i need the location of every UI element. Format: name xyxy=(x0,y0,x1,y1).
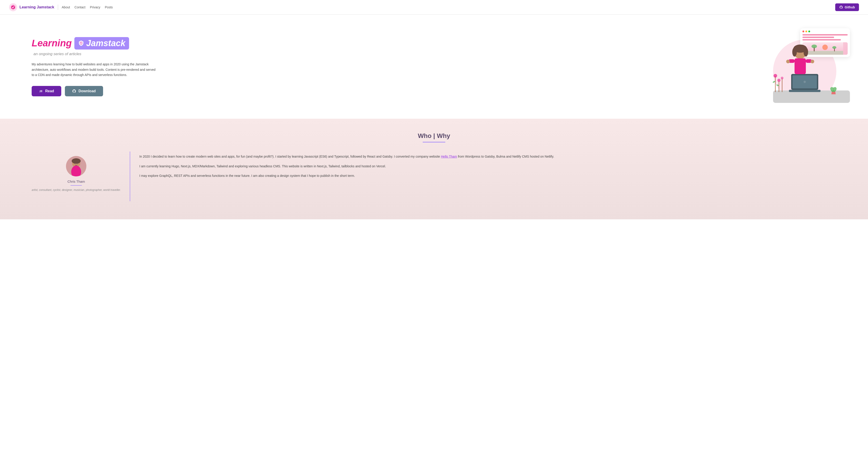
hero-section: Learning Jamstack an ongoing series of a… xyxy=(0,15,868,119)
svg-point-16 xyxy=(811,60,814,63)
who-why-para-1: In 2020 I decided to learn how to create… xyxy=(139,154,836,159)
navbar-left: Learning Jamstack About Contact Privacy … xyxy=(9,3,113,11)
nav-posts[interactable]: Posts xyxy=(105,5,113,9)
who-why-content: Chris Tham artist, consultant, cyclist, … xyxy=(32,151,836,201)
svg-point-24 xyxy=(777,79,780,82)
logo-icon xyxy=(9,3,17,11)
svg-point-10 xyxy=(792,48,797,57)
download-button[interactable]: Download xyxy=(65,86,103,96)
hero-buttons: Read Download xyxy=(32,86,158,96)
author-name: Chris Tham xyxy=(68,180,85,183)
svg-point-37 xyxy=(77,163,78,164)
who-why-header: Who | Why xyxy=(32,132,836,143)
author-avatar-svg xyxy=(66,156,86,176)
svg-point-2 xyxy=(822,44,828,50)
cat-icon xyxy=(72,89,76,93)
who-why-title: Who | Why xyxy=(32,132,836,140)
illus-line-3 xyxy=(802,39,841,40)
navbar: Learning Jamstack About Contact Privacy … xyxy=(0,0,868,15)
svg-point-28 xyxy=(776,84,779,86)
read-button[interactable]: Read xyxy=(32,86,61,96)
illus-flowers-svg xyxy=(773,69,785,92)
nav-links: About Contact Privacy Posts xyxy=(62,5,113,9)
illus-line-2 xyxy=(802,37,834,38)
hero-description: My adventures learning how to build webs… xyxy=(32,62,158,78)
svg-point-30 xyxy=(830,87,833,91)
github-label: Github xyxy=(845,5,855,9)
who-why-underline xyxy=(423,142,445,143)
github-icon xyxy=(839,5,843,9)
hero-content: Learning Jamstack an ongoing series of a… xyxy=(32,37,158,96)
who-why-text: In 2020 I decided to learn how to create… xyxy=(139,151,836,179)
dot-red xyxy=(802,31,804,32)
svg-point-15 xyxy=(786,60,790,63)
who-why-section: Who | Why xyxy=(0,119,868,219)
dot-green xyxy=(808,31,810,32)
nav-privacy[interactable]: Privacy xyxy=(90,5,100,9)
hello-tham-link[interactable]: Hello Tham xyxy=(441,155,457,158)
hero-learning-text: Learning xyxy=(32,38,72,49)
nav-contact[interactable]: Contact xyxy=(74,5,86,9)
author-tags: artist, consultant, cyclist, designer, m… xyxy=(32,188,121,192)
hero-subtitle: an ongoing series of articles xyxy=(33,52,158,56)
svg-point-11 xyxy=(804,48,808,57)
who-why-para-2: I am currently learning Hugo, Next.js, M… xyxy=(139,163,836,169)
github-button[interactable]: Github xyxy=(835,3,859,11)
illus-person-svg xyxy=(782,43,818,93)
author-avatar xyxy=(66,156,86,176)
illus-browser-lines xyxy=(802,34,848,40)
hero-jamstack-text: Jamstack xyxy=(86,38,125,48)
svg-point-31 xyxy=(833,87,837,91)
who-why-para-3: I may explore GraphQL, REST APIs and ser… xyxy=(139,173,836,179)
svg-point-34 xyxy=(72,158,81,164)
illus-browser-dots xyxy=(802,31,848,32)
nav-about[interactable]: About xyxy=(62,5,70,9)
who-why-divider xyxy=(130,151,130,201)
download-label: Download xyxy=(79,89,96,93)
logo-link[interactable]: Learning Jamstack xyxy=(9,3,54,11)
svg-rect-12 xyxy=(795,58,806,74)
illus-plant-svg xyxy=(830,83,837,94)
hero-title: Learning Jamstack xyxy=(32,37,158,50)
jamstack-shield-icon xyxy=(78,40,84,47)
dot-yellow xyxy=(805,31,807,32)
svg-point-36 xyxy=(74,163,75,164)
illus-line-1 xyxy=(802,34,848,35)
author-underline xyxy=(70,185,82,186)
read-label: Read xyxy=(45,89,54,93)
hero-jamstack-badge: Jamstack xyxy=(74,37,129,50)
svg-point-7 xyxy=(832,46,836,49)
svg-point-26 xyxy=(781,77,783,79)
hero-illustration xyxy=(769,28,850,105)
author-card: Chris Tham artist, consultant, cyclist, … xyxy=(32,151,121,192)
svg-point-22 xyxy=(774,74,777,78)
book-icon xyxy=(39,89,43,93)
logo-text: Learning Jamstack xyxy=(20,5,54,9)
svg-point-27 xyxy=(773,81,776,83)
